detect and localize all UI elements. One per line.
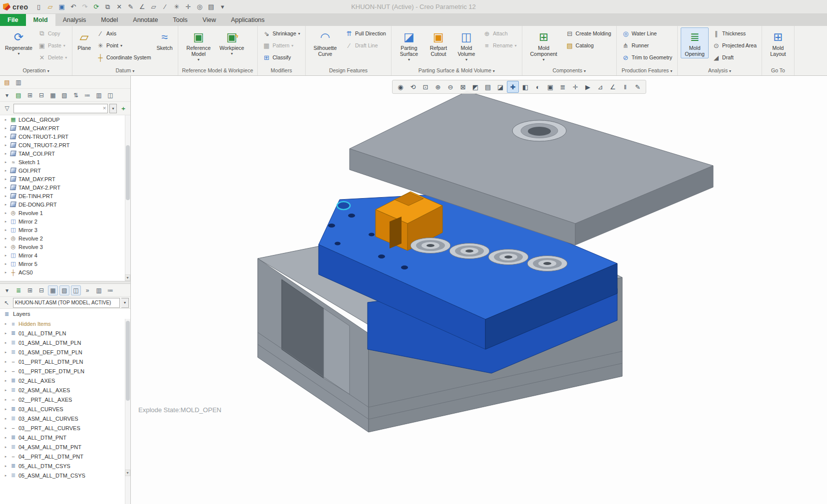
filter-clear-icon[interactable]: ✕	[102, 106, 106, 111]
expand-arrow-icon[interactable]: ▸	[3, 262, 8, 266]
filter-dropdown-icon[interactable]: ▾	[109, 104, 117, 113]
group-label-goto[interactable]: Go To	[762, 67, 794, 75]
model-tree-item[interactable]: ▸ Revolve 2	[0, 234, 130, 243]
group-label-analysis[interactable]: Analysis ▾	[678, 67, 762, 75]
group-label-modifiers[interactable]: Modifiers	[258, 67, 305, 75]
layer-view2-icon[interactable]: ▧	[59, 285, 69, 295]
expand-arrow-icon[interactable]: ▸	[3, 388, 8, 392]
expand-arrow-icon[interactable]: ▸	[3, 169, 8, 173]
layer-item[interactable]: ▸ 02_ASM_ALL_AXES	[0, 385, 130, 395]
silhouette-curve-button[interactable]: ◠ Silhouette Curve	[309, 27, 342, 58]
sort-icon[interactable]: ⇅	[71, 90, 81, 100]
filter-funnel-icon[interactable]: ▽	[2, 103, 12, 113]
visibility-icon[interactable]: ◉	[395, 81, 407, 93]
create-molding-button[interactable]: ⊟Create Molding	[564, 27, 613, 39]
expand-arrow-icon[interactable]: ▸	[3, 177, 8, 181]
tree-list-icon[interactable]: ▧	[59, 90, 69, 100]
sketcher-icon[interactable]: ✎	[125, 1, 136, 12]
layer-view1-icon[interactable]: ▦	[48, 285, 58, 295]
model-tree-item[interactable]: ▸ Mirror 5	[0, 259, 130, 268]
edit-icon[interactable]: ✎	[632, 81, 644, 93]
layers-caret-icon[interactable]: ▾	[2, 285, 12, 295]
perspective-icon[interactable]: ⊿	[594, 81, 606, 93]
named-views-icon[interactable]: ▤	[482, 81, 494, 93]
model-tree-item[interactable]: ▸ TAM_COI.PRT	[0, 149, 130, 158]
model-tree-item[interactable]: ▸ ACS0	[0, 268, 130, 276]
layer-item[interactable]: ▸ 02__PRT_ALL_AXES	[0, 395, 130, 404]
expand-arrow-icon[interactable]: ▸	[3, 455, 8, 459]
expand-arrow-icon[interactable]: ▸	[3, 160, 8, 164]
spin-center-icon[interactable]: ⟲	[407, 81, 419, 93]
model-tree-item[interactable]: ▸ LOCAL_GROUP	[0, 115, 130, 124]
regenerate-button[interactable]: ⟳ Regenerate ▾	[3, 27, 34, 58]
expand-arrow-icon[interactable]: ▸	[3, 211, 8, 215]
zoom-box-icon[interactable]: ⊡	[419, 81, 431, 93]
layer-item[interactable]: ▸ 02_ALL_AXES	[0, 376, 130, 385]
mold-component-button[interactable]: ⊞ Mold Component ▾	[525, 27, 562, 64]
active-window-icon[interactable]: ⧉	[102, 1, 113, 12]
layers-icon[interactable]: ≣	[557, 81, 569, 93]
layer-item[interactable]: ▸ 01_ALL_DTM_PLN	[0, 328, 130, 338]
regenerate-quick-icon[interactable]: ⟳	[91, 1, 102, 12]
expand-arrow-icon[interactable]: ▸	[3, 426, 8, 430]
layer-item[interactable]: ▸ 01_ASM_DEF_DTM_PLN	[0, 347, 130, 357]
close-window-icon[interactable]: ✕	[114, 1, 125, 12]
group-label-design-features[interactable]: Design Features	[306, 67, 391, 75]
notebook-icon[interactable]: ▥	[13, 77, 23, 87]
tree-options-icon[interactable]: ▤	[2, 77, 12, 87]
expand-arrow-icon[interactable]: ▸	[3, 464, 8, 468]
group-label-components[interactable]: Components ▾	[522, 67, 616, 75]
save-icon[interactable]: ▣	[56, 1, 67, 12]
select-model-icon[interactable]: ↖	[1, 298, 11, 308]
expand-arrow-icon[interactable]: ▸	[3, 398, 8, 402]
axis-button[interactable]: ∕Axis	[94, 27, 153, 39]
tab-analysis[interactable]: Analysis	[55, 14, 94, 26]
model-tree-item[interactable]: ▸ DE-DONG.PRT	[0, 200, 130, 209]
runner-button[interactable]: ⋔Runner	[620, 39, 674, 51]
expand-arrow-icon[interactable]: ▸	[3, 126, 8, 130]
spin-center-icon[interactable]: ◎	[194, 1, 205, 12]
model-tree-item[interactable]: ▸ TAM_DAY.PRT	[0, 175, 130, 183]
display-style-icon[interactable]: ◪	[494, 81, 506, 93]
coordinate-system-button[interactable]: ┼Coordinate System	[94, 51, 153, 63]
parting-surface-button[interactable]: ◪ Parting Surface ▾	[395, 27, 423, 64]
undo-icon[interactable]: ↶	[68, 1, 79, 12]
section-icon[interactable]: ◧	[519, 81, 531, 93]
expand-arrow-icon[interactable]: ▸	[3, 417, 8, 421]
tree-columns-icon[interactable]: ▦	[48, 90, 58, 100]
expand-arrow-icon[interactable]: ▸	[3, 194, 8, 198]
plane-button[interactable]: ▱ Plane	[75, 27, 93, 52]
group-label-reference-workpiece[interactable]: Reference Model & Workpiece	[178, 67, 257, 75]
water-line-button[interactable]: ◎Water Line	[620, 27, 674, 39]
group-label-operation[interactable]: Operation ▾	[0, 67, 72, 75]
model-tree-item[interactable]: ▸ DE-TINH.PRT	[0, 192, 130, 200]
group-label-production-features[interactable]: Production Features ▾	[617, 67, 677, 75]
layer-item[interactable]: ▸ 01__PRT_ALL_DTM_PLN	[0, 357, 130, 366]
layer-notebook-icon[interactable]: ▥	[94, 285, 104, 295]
expand-arrow-icon[interactable]: ▸	[3, 245, 8, 249]
axis-display-icon[interactable]: ∕	[160, 1, 171, 12]
redo-icon[interactable]: ↷	[79, 1, 90, 12]
mold-opening-button[interactable]: ≣ Mold Opening	[681, 27, 709, 58]
expand-arrow-icon[interactable]: ▸	[3, 369, 8, 373]
new-file-icon[interactable]: ▯	[33, 1, 44, 12]
layer-item[interactable]: ▸ Hidden Items	[0, 319, 130, 328]
copy-button[interactable]: ⧉Copy	[36, 27, 69, 39]
saved-views-icon[interactable]: ▤	[206, 1, 217, 12]
model-tree-item[interactable]: ▸ Sketch 1	[0, 158, 130, 166]
expand-arrow-icon[interactable]: ▸	[3, 445, 8, 449]
appearance-icon[interactable]: ◐	[532, 81, 544, 93]
expand-arrow-icon[interactable]: ▸	[3, 379, 8, 383]
saved-settings-icon[interactable]: ▥	[94, 90, 104, 100]
tab-tools[interactable]: Tools	[165, 14, 195, 26]
layer-item[interactable]: ▸ 04__PRT_ALL_DTM_PNT	[0, 452, 130, 461]
tab-model[interactable]: Model	[93, 14, 125, 26]
delete-button[interactable]: ✕Delete ▾	[36, 51, 69, 63]
model-tree-item[interactable]: ▸ Mirror 2	[0, 217, 130, 226]
plane-display-icon[interactable]: ▱	[148, 1, 159, 12]
expand-arrow-icon[interactable]: ▸	[3, 350, 8, 354]
layer-item[interactable]: ▸ 04_ASM_ALL_DTM_PNT	[0, 442, 130, 452]
catalog-button[interactable]: ▤Catalog	[564, 39, 613, 51]
draft-button[interactable]: ◢Draft	[710, 51, 759, 63]
model-tree-filter-input[interactable]	[16, 105, 99, 111]
